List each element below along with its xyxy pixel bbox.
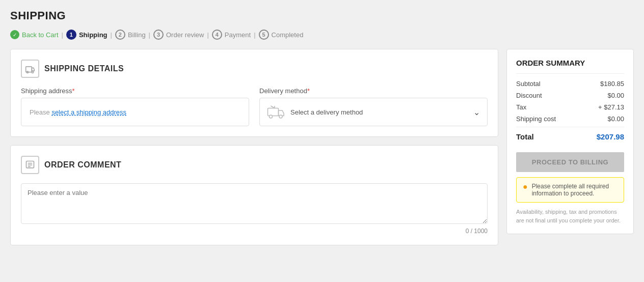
step-completed-label: Completed: [272, 31, 304, 39]
breadcrumb: ✓ Back to Cart | 1 Shipping | 2 Billing …: [10, 30, 634, 40]
step-shipping[interactable]: 1 Shipping: [66, 30, 108, 40]
check-icon: ✓: [10, 30, 19, 39]
step-completed[interactable]: 5 Completed: [259, 30, 304, 40]
step-num-4: 4: [212, 30, 222, 40]
shipping-details-card: SHIPPING DETAILS Shipping address* Pleas…: [10, 49, 498, 137]
summary-total-row: Total $207.98: [516, 127, 624, 141]
order-summary-panel: ORDER SUMMARY Subtotal $180.85 Discount …: [506, 49, 634, 234]
tax-label: Tax: [516, 103, 526, 111]
address-required: *: [72, 87, 74, 95]
chevron-down-icon: ⌄: [473, 107, 480, 117]
address-prefix: Please: [30, 108, 50, 116]
breadcrumb-separator-4: |: [207, 31, 208, 39]
main-content: SHIPPING DETAILS Shipping address* Pleas…: [10, 49, 498, 253]
delivery-placeholder-text: Select a delivery method: [290, 108, 468, 116]
breadcrumb-separator-2: |: [111, 31, 112, 39]
summary-tax-row: Tax + $27.13: [516, 103, 624, 111]
step-order-review[interactable]: 3 Order review: [153, 30, 204, 40]
page-title: SHIPPING: [10, 9, 634, 22]
total-label: Total: [516, 132, 534, 141]
delivery-truck-icon: [267, 105, 285, 119]
select-address-link[interactable]: select a shipping address: [51, 108, 126, 116]
comment-icon: [21, 156, 39, 174]
shipping-form-row: Shipping address* Please select a shippi…: [21, 87, 488, 126]
step-order-review-label: Order review: [166, 31, 204, 39]
svg-rect-3: [268, 108, 279, 116]
total-value: $207.98: [597, 132, 624, 141]
proceed-to-billing-button[interactable]: PROCEED TO BILLING: [516, 152, 624, 172]
warning-icon: ●: [523, 183, 528, 191]
svg-point-5: [279, 115, 282, 118]
summary-shipping-row: Shipping cost $0.00: [516, 115, 624, 123]
delivery-method-col: Delivery method*: [259, 87, 488, 126]
step-payment-label: Payment: [225, 31, 251, 39]
shipping-details-title: SHIPPING DETAILS: [44, 64, 124, 73]
back-to-cart-link[interactable]: ✓ Back to Cart: [10, 30, 59, 39]
order-comment-title: ORDER COMMENT: [44, 160, 121, 170]
step-num-2: 2: [115, 30, 125, 40]
delivery-label: Delivery method*: [259, 87, 488, 95]
order-comment-card: ORDER COMMENT 0 / 1000: [10, 145, 498, 245]
subtotal-label: Subtotal: [516, 80, 541, 88]
discount-value: $0.00: [607, 92, 624, 99]
tax-value: + $27.13: [598, 103, 624, 111]
address-label: Shipping address*: [21, 87, 249, 95]
shipping-cost-label: Shipping cost: [516, 115, 556, 123]
breadcrumb-separator-3: |: [149, 31, 150, 39]
shipping-details-header: SHIPPING DETAILS: [21, 60, 488, 78]
breadcrumb-separator-5: |: [254, 31, 255, 39]
order-comment-header: ORDER COMMENT: [21, 156, 488, 174]
step-shipping-label: Shipping: [79, 31, 108, 39]
shipping-cost-value: $0.00: [607, 115, 624, 123]
subtotal-value: $180.85: [600, 80, 624, 88]
step-billing-label: Billing: [128, 31, 146, 39]
availability-note: Availability, shipping, tax and promotio…: [516, 208, 624, 224]
warning-text: Please complete all required information…: [532, 183, 618, 197]
shipping-address-box: Please select a shipping address: [21, 98, 249, 126]
summary-title: ORDER SUMMARY: [516, 59, 624, 74]
warning-box: ● Please complete all required informati…: [516, 177, 624, 203]
summary-subtotal-row: Subtotal $180.85: [516, 80, 624, 88]
svg-point-4: [270, 115, 273, 118]
shipping-icon: [21, 60, 39, 78]
delivery-method-dropdown[interactable]: Select a delivery method ⌄: [259, 98, 488, 126]
step-payment[interactable]: 4 Payment: [212, 30, 251, 40]
back-to-cart-label: Back to Cart: [22, 31, 59, 39]
delivery-required: *: [307, 87, 310, 95]
shipping-address-col: Shipping address* Please select a shippi…: [21, 87, 249, 126]
step-billing[interactable]: 2 Billing: [115, 30, 146, 40]
svg-point-2: [32, 71, 33, 73]
step-num-3: 3: [153, 30, 164, 40]
summary-discount-row: Discount $0.00: [516, 92, 624, 99]
order-comment-input[interactable]: [21, 183, 488, 224]
step-num-5: 5: [259, 30, 269, 40]
discount-label: Discount: [516, 92, 542, 99]
step-num-1: 1: [66, 30, 76, 40]
breadcrumb-separator-1: |: [62, 31, 63, 39]
char-count: 0 / 1000: [21, 228, 488, 235]
